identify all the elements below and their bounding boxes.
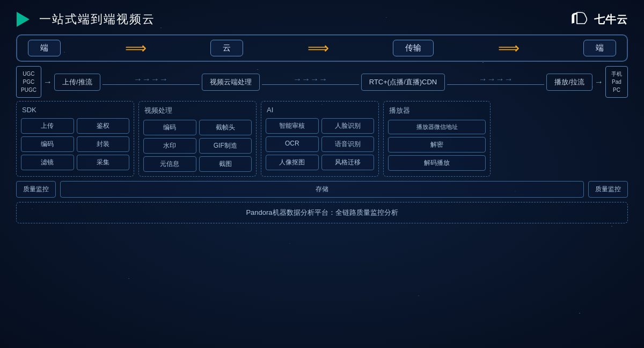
sdk-cell-3: 封装 — [77, 136, 130, 152]
player-cell-2: 解码播放 — [388, 155, 486, 171]
cloud-box: 视频云端处理 — [202, 74, 260, 91]
play-icon — [13, 10, 33, 29]
sdk-cell-0: 上传 — [21, 118, 74, 134]
sdk-grid: 上传 鉴权 编码 封装 滤镜 采集 — [21, 118, 129, 170]
player-cell-1: 解密 — [388, 137, 486, 153]
video-cell-5: 截图 — [199, 156, 252, 172]
ai-module: AI 智能审核 人脸识别 OCR 语音识别 人像抠图 风格迁移 — [261, 101, 379, 177]
storage-left: 质量监控 — [16, 181, 56, 198]
flow-bar: 端 ⟹ 云 ⟹ 传输 ⟹ 端 — [16, 34, 628, 62]
arrow-icon-5: →→→→ — [103, 75, 200, 85]
sdk-cell-2: 编码 — [21, 136, 74, 152]
header-left: 一站式端到端视频云 — [13, 10, 155, 29]
arrow-icon-3: ⟹ — [498, 41, 519, 56]
video-title: 视频处理 — [143, 106, 252, 115]
main-content: 端 ⟹ 云 ⟹ 传输 ⟹ 端 UGCPGCPUGC → 上传/推流 →→→→ 视… — [0, 34, 644, 223]
sdk-cell-4: 滤镜 — [21, 155, 74, 170]
flow-stage-0: 端 — [28, 40, 61, 56]
flow-stage-1: 云 — [210, 40, 243, 56]
ai-cell-1: 人脸识别 — [321, 118, 375, 134]
right-device-label: 手机PadPC — [605, 66, 628, 98]
left-source-label: UGCPGCPUGC — [16, 66, 41, 98]
video-cell-2: 水印 — [143, 138, 196, 154]
flow-row: UGCPGCPUGC → 上传/推流 →→→→ 视频云端处理 →→→→ RTC+… — [16, 66, 628, 98]
ai-cell-4: 人像抠图 — [266, 155, 319, 170]
arrow-icon-6: →→→→ — [262, 75, 359, 85]
page-title: 一站式端到端视频云 — [39, 11, 155, 27]
sdk-cell-1: 鉴权 — [77, 118, 130, 134]
flow-stage-3: 端 — [583, 40, 616, 56]
arrow-icon-2: ⟹ — [308, 41, 329, 56]
storage-center: 存储 — [60, 181, 584, 198]
ai-cell-3: 语音识别 — [321, 136, 375, 152]
video-cell-1: 截帧头 — [199, 120, 252, 135]
flow-stage-2: 传输 — [393, 40, 434, 56]
svg-marker-0 — [17, 12, 30, 27]
sdk-cell-5: 采集 — [77, 155, 130, 170]
arrow-icon-8: → — [595, 77, 603, 87]
playback-box: 播放/拉流 — [546, 74, 592, 91]
logo-area: 七牛云 — [568, 11, 628, 28]
pandora-bar: Pandora机器数据分析平台：全链路质量监控分析 — [16, 202, 628, 223]
pandora-text: Pandora机器数据分析平台：全链路质量监控分析 — [246, 208, 398, 216]
ai-cell-0: 智能审核 — [266, 118, 319, 134]
logo-text: 七牛云 — [594, 12, 628, 27]
arrow-icon-7: →→→→ — [447, 75, 544, 85]
ai-title: AI — [266, 106, 374, 114]
diagram-area: SDK 上传 鉴权 编码 封装 滤镜 采集 视频处理 编码 截帧头 水印 GIF… — [16, 101, 628, 177]
player-module: 播放器 播放器微信地址 解密 解码播放 — [383, 101, 491, 177]
player-cell-0: 播放器微信地址 — [388, 120, 486, 134]
video-cell-0: 编码 — [143, 120, 196, 135]
upload-box: 上传/推流 — [54, 74, 100, 91]
ai-grid: 智能审核 人脸识别 OCR 语音识别 人像抠图 风格迁移 — [266, 118, 374, 170]
ai-cell-5: 风格迁移 — [321, 155, 375, 170]
storage-row: 质量监控 存储 质量监控 — [16, 181, 628, 198]
qiniu-logo-icon — [568, 11, 590, 28]
rtc-box: RTC+(点播/直播)CDN — [361, 74, 445, 91]
arrow-icon-4: → — [43, 77, 52, 87]
header: 一站式端到端视频云 七牛云 — [0, 0, 644, 34]
sdk-title: SDK — [21, 106, 129, 114]
ai-cell-2: OCR — [266, 136, 319, 152]
video-cell-3: GIF制造 — [199, 138, 252, 154]
storage-right: 质量监控 — [588, 181, 628, 198]
video-cell-4: 元信息 — [143, 156, 196, 172]
sdk-module: SDK 上传 鉴权 编码 封装 滤镜 采集 — [16, 101, 134, 177]
player-title: 播放器 — [388, 106, 486, 115]
arrow-icon-1: ⟹ — [125, 41, 147, 56]
video-module: 视频处理 编码 截帧头 水印 GIF制造 元信息 截图 — [138, 101, 257, 177]
video-grid: 编码 截帧头 水印 GIF制造 元信息 截图 — [143, 120, 252, 172]
